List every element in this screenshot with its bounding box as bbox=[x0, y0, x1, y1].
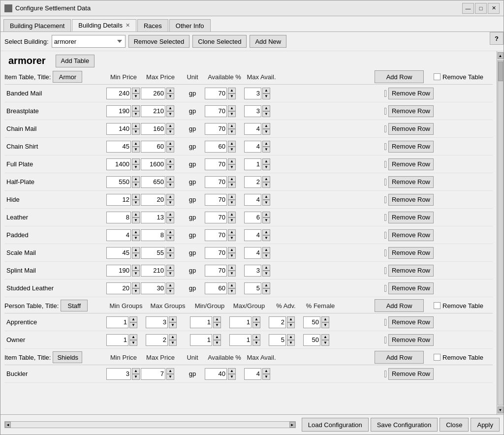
spinner-up-button[interactable]: ▲ bbox=[262, 105, 270, 111]
spinner-down-button[interactable]: ▼ bbox=[213, 340, 221, 346]
spinner-down-button[interactable]: ▼ bbox=[132, 147, 140, 153]
save-config-button[interactable]: Save Configuration bbox=[371, 418, 438, 432]
spinner-down-button[interactable]: ▼ bbox=[228, 111, 236, 117]
spinner-input[interactable] bbox=[205, 247, 227, 259]
apply-button[interactable]: Apply bbox=[471, 418, 500, 432]
spinner-down-button[interactable]: ▼ bbox=[228, 147, 236, 153]
remove-row-checkbox[interactable] bbox=[384, 90, 386, 97]
spinner-down-button[interactable]: ▼ bbox=[166, 235, 174, 241]
spinner-input[interactable] bbox=[229, 316, 252, 328]
spinner-up-button[interactable]: ▲ bbox=[252, 334, 260, 340]
shields-remove-table-checkbox[interactable] bbox=[434, 354, 441, 361]
spinner-down-button[interactable]: ▼ bbox=[262, 253, 270, 259]
spinner-input[interactable] bbox=[106, 88, 131, 99]
spinner-down-button[interactable]: ▼ bbox=[321, 340, 329, 346]
spinner-input[interactable] bbox=[141, 158, 165, 170]
spinner-input[interactable] bbox=[205, 265, 227, 277]
spinner-down-button[interactable]: ▼ bbox=[228, 218, 236, 223]
spinner-up-button[interactable]: ▲ bbox=[166, 141, 174, 147]
spinner-input[interactable] bbox=[141, 194, 165, 206]
spinner-down-button[interactable]: ▼ bbox=[132, 111, 140, 117]
spinner-up-button[interactable]: ▲ bbox=[228, 368, 236, 374]
spinner-input[interactable] bbox=[205, 229, 227, 241]
spinner-down-button[interactable]: ▼ bbox=[132, 218, 140, 223]
spinner-input[interactable] bbox=[205, 141, 227, 153]
tab-building-details-close[interactable]: ✕ bbox=[126, 22, 130, 29]
close-window-button[interactable]: ✕ bbox=[488, 3, 500, 14]
spinner-down-button[interactable]: ▼ bbox=[132, 93, 140, 99]
spinner-input[interactable] bbox=[106, 176, 131, 188]
spinner-up-button[interactable]: ▲ bbox=[287, 334, 295, 340]
spinner-input[interactable] bbox=[244, 123, 261, 135]
spinner-up-button[interactable]: ▲ bbox=[166, 176, 174, 182]
armor-remove-table-checkbox[interactable] bbox=[434, 73, 441, 80]
spinner-up-button[interactable]: ▲ bbox=[262, 141, 270, 147]
spinner-up-button[interactable]: ▲ bbox=[213, 334, 221, 340]
spinner-input[interactable] bbox=[141, 247, 165, 259]
spinner-up-button[interactable]: ▲ bbox=[169, 316, 177, 322]
spinner-up-button[interactable]: ▲ bbox=[228, 247, 236, 253]
spinner-down-button[interactable]: ▼ bbox=[262, 218, 270, 223]
scroll-up-button[interactable]: ▲ bbox=[498, 52, 504, 59]
remove-row-button[interactable]: Remove Row bbox=[388, 141, 434, 153]
spinner-up-button[interactable]: ▲ bbox=[169, 334, 177, 340]
spinner-up-button[interactable]: ▲ bbox=[262, 88, 270, 93]
remove-row-button[interactable]: Remove Row bbox=[388, 158, 434, 170]
spinner-up-button[interactable]: ▲ bbox=[166, 105, 174, 111]
spinner-up-button[interactable]: ▲ bbox=[262, 229, 270, 235]
spinner-down-button[interactable]: ▼ bbox=[169, 322, 177, 328]
remove-row-button[interactable]: Remove Row bbox=[388, 282, 434, 294]
spinner-down-button[interactable]: ▼ bbox=[228, 164, 236, 170]
spinner-down-button[interactable]: ▼ bbox=[262, 111, 270, 117]
spinner-down-button[interactable]: ▼ bbox=[169, 340, 177, 346]
spinner-down-button[interactable]: ▼ bbox=[166, 93, 174, 99]
spinner-up-button[interactable]: ▲ bbox=[132, 229, 140, 235]
remove-row-button[interactable]: Remove Row bbox=[388, 88, 434, 99]
spinner-down-button[interactable]: ▼ bbox=[228, 253, 236, 259]
spinner-input[interactable] bbox=[205, 212, 227, 223]
remove-row-checkbox[interactable] bbox=[384, 125, 386, 132]
load-config-button[interactable]: Load Configuration bbox=[302, 418, 369, 432]
spinner-input[interactable] bbox=[106, 212, 131, 223]
spinner-down-button[interactable]: ▼ bbox=[262, 271, 270, 277]
spinner-input[interactable] bbox=[244, 158, 261, 170]
spinner-up-button[interactable]: ▲ bbox=[166, 368, 174, 374]
spinner-input[interactable] bbox=[205, 176, 227, 188]
add-table-button[interactable]: Add Table bbox=[56, 55, 95, 67]
spinner-input[interactable] bbox=[244, 265, 261, 277]
spinner-up-button[interactable]: ▲ bbox=[262, 176, 270, 182]
spinner-input[interactable] bbox=[205, 123, 227, 135]
spinner-up-button[interactable]: ▲ bbox=[129, 316, 137, 322]
spinner-input[interactable] bbox=[244, 368, 261, 380]
spinner-down-button[interactable]: ▼ bbox=[166, 374, 174, 380]
spinner-up-button[interactable]: ▲ bbox=[228, 194, 236, 200]
spinner-input[interactable] bbox=[244, 282, 261, 294]
armor-title-value[interactable]: Armor bbox=[53, 71, 82, 83]
person-title-value[interactable]: Staff bbox=[61, 300, 88, 311]
remove-row-checkbox[interactable] bbox=[384, 337, 386, 343]
remove-row-button[interactable]: Remove Row bbox=[388, 265, 434, 277]
spinner-down-button[interactable]: ▼ bbox=[228, 288, 236, 294]
spinner-input[interactable] bbox=[141, 212, 165, 223]
spinner-up-button[interactable]: ▲ bbox=[228, 158, 236, 164]
spinner-up-button[interactable]: ▲ bbox=[228, 212, 236, 218]
spinner-input[interactable] bbox=[205, 105, 227, 117]
spinner-down-button[interactable]: ▼ bbox=[166, 111, 174, 117]
scroll-left-button[interactable]: ◄ bbox=[5, 422, 11, 428]
spinner-up-button[interactable]: ▲ bbox=[166, 282, 174, 288]
spinner-down-button[interactable]: ▼ bbox=[166, 288, 174, 294]
remove-row-checkbox[interactable] bbox=[384, 108, 386, 115]
tab-building-details[interactable]: Building Details ✕ bbox=[72, 19, 136, 31]
shields-add-row-button[interactable]: Add Row bbox=[375, 351, 424, 364]
main-scroll-area[interactable]: armorer Add Table Item Table, Title: Arm… bbox=[0, 51, 497, 414]
spinner-input[interactable] bbox=[146, 334, 168, 346]
tab-races[interactable]: Races bbox=[137, 19, 168, 31]
spinner-up-button[interactable]: ▲ bbox=[262, 265, 270, 271]
scrollbar-thumb[interactable] bbox=[498, 62, 503, 81]
spinner-input[interactable] bbox=[106, 247, 131, 259]
spinner-input[interactable] bbox=[106, 158, 131, 170]
spinner-down-button[interactable]: ▼ bbox=[166, 253, 174, 259]
spinner-input[interactable] bbox=[141, 88, 165, 99]
spinner-input[interactable] bbox=[190, 334, 212, 346]
spinner-down-button[interactable]: ▼ bbox=[262, 288, 270, 294]
